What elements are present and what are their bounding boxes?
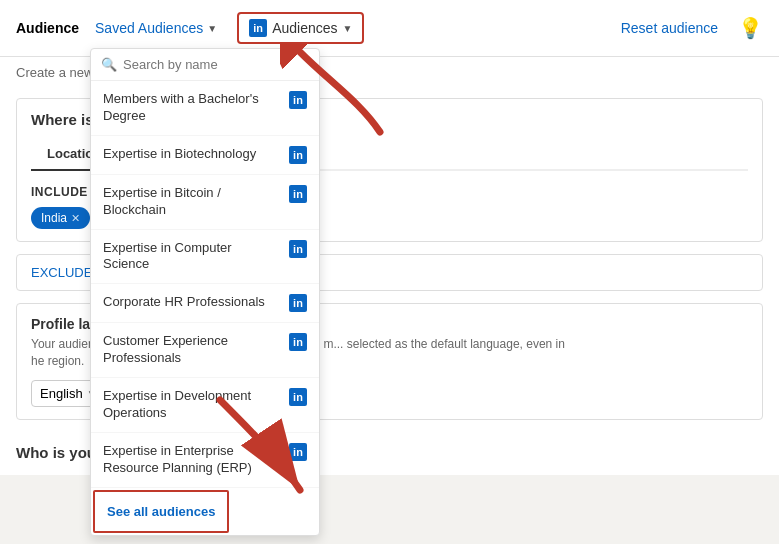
language-value: English — [40, 386, 83, 401]
list-item[interactable]: Expertise in Computer Science in — [91, 230, 319, 285]
item-label: Corporate HR Professionals — [103, 294, 289, 311]
see-all-audiences-button[interactable]: See all audiences — [93, 490, 229, 533]
search-icon: 🔍 — [101, 57, 117, 72]
item-label: Members with a Bachelor's Degree — [103, 91, 289, 125]
item-label: Customer Experience Professionals — [103, 333, 289, 367]
linkedin-icon: in — [249, 19, 267, 37]
item-label: Expertise in Bitcoin / Blockchain — [103, 185, 289, 219]
saved-audiences-chevron-icon: ▼ — [207, 23, 217, 34]
audiences-button[interactable]: in Audiences ▼ — [237, 12, 364, 44]
item-label: Expertise in Biotechnology — [103, 146, 289, 163]
search-box: 🔍 — [91, 49, 319, 81]
item-label: Expertise in Computer Science — [103, 240, 289, 274]
list-item[interactable]: Expertise in Enterprise Resource Plannin… — [91, 433, 319, 488]
list-item[interactable]: Members with a Bachelor's Degree in — [91, 81, 319, 136]
audiences-chevron-icon: ▼ — [343, 23, 353, 34]
lightbulb-icon[interactable]: 💡 — [738, 16, 763, 40]
list-item[interactable]: Corporate HR Professionals in — [91, 284, 319, 323]
audiences-label: Audiences — [272, 20, 337, 36]
saved-audiences-label: Saved Audiences — [95, 20, 203, 36]
linkedin-icon: in — [289, 185, 307, 203]
india-tag[interactable]: India ✕ — [31, 207, 90, 229]
reset-audience-button[interactable]: Reset audience — [621, 20, 718, 36]
list-item[interactable]: Expertise in Bitcoin / Blockchain in — [91, 175, 319, 230]
india-tag-label: India — [41, 211, 67, 225]
linkedin-icon: in — [289, 388, 307, 406]
list-item[interactable]: Expertise in Development Operations in — [91, 378, 319, 433]
list-item[interactable]: Expertise in Biotechnology in — [91, 136, 319, 175]
remove-tag-icon[interactable]: ✕ — [71, 212, 80, 225]
audience-label: Audience — [16, 20, 79, 36]
linkedin-icon: in — [289, 333, 307, 351]
linkedin-icon: in — [289, 294, 307, 312]
list-item[interactable]: Customer Experience Professionals in — [91, 323, 319, 378]
saved-audiences-button[interactable]: Saved Audiences ▼ — [95, 20, 217, 36]
search-input[interactable] — [123, 57, 309, 72]
item-label: Expertise in Enterprise Resource Plannin… — [103, 443, 289, 477]
linkedin-icon: in — [289, 91, 307, 109]
audiences-dropdown: 🔍 Members with a Bachelor's Degree in Ex… — [90, 48, 320, 536]
item-label: Expertise in Development Operations — [103, 388, 289, 422]
linkedin-icon: in — [289, 146, 307, 164]
linkedin-icon: in — [289, 443, 307, 461]
linkedin-icon: in — [289, 240, 307, 258]
